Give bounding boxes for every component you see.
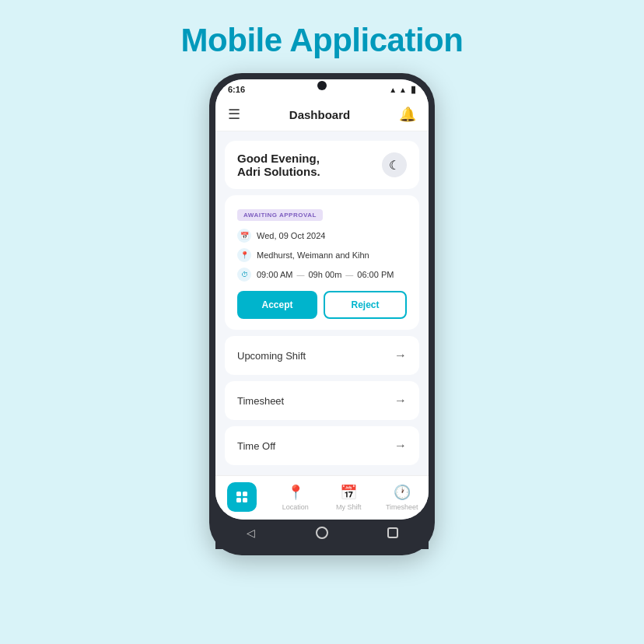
timesheet-arrow-icon: → [394,394,407,408]
nav-location-label: Location [282,503,309,511]
time-icon: ⏱ [237,268,251,282]
recents-button[interactable] [386,526,400,540]
main-content: Good Evening, Adri Solutions. ☾ AWAITING… [215,131,429,475]
shift-approval-card: AWAITING APPROVAL 📅 Wed, 09 Oct 2024 📍 M… [225,195,419,330]
reject-button[interactable]: Reject [324,291,407,319]
shift-date-row: 📅 Wed, 09 Oct 2024 [237,229,407,243]
nav-my-shift-label: My Shift [336,503,362,511]
home-circle-icon [316,527,328,539]
greeting-name: Adri Solutions. [237,165,320,178]
status-time: 6:16 [228,85,245,94]
home-button[interactable] [315,526,329,540]
awaiting-badge: AWAITING APPROVAL [237,209,323,221]
status-icons: ▲ ▲ ▮ [389,84,416,95]
end-time: 06:00 PM [357,270,394,279]
nav-timesheet-label: Timesheet [386,503,418,511]
nav-my-shift[interactable]: 📅 My Shift [322,484,376,511]
back-icon: ◁ [247,527,255,539]
notification-bell-icon[interactable]: 🔔 [399,106,416,123]
time-divider-1: — [296,271,304,279]
timesheet-nav-icon: 🕐 [394,484,411,501]
recents-square-icon [387,527,398,538]
phone-controls: ◁ [215,520,429,549]
upcoming-shift-arrow-icon: → [394,348,407,362]
greeting-text: Good Evening, Adri Solutions. [237,152,320,178]
shift-actions: Accept Reject [237,291,407,319]
phone-screen: 6:16 ▲ ▲ ▮ ☰ Dashboard 🔔 Good Evening, A… [215,79,429,520]
shift-time-row: ⏱ 09:00 AM — 09h 00m — 06:00 PM [237,268,407,282]
time-off-arrow-icon: → [394,439,407,453]
screen-title: Dashboard [289,108,350,121]
shift-location-row: 📍 Medhurst, Weimann and Kihn [237,248,407,262]
home-grid-icon [227,482,257,512]
location-icon: 📍 [237,248,251,262]
nav-bar: ☰ Dashboard 🔔 [215,98,429,131]
time-off-label: Time Off [237,440,275,452]
svg-rect-0 [236,492,241,496]
nav-home[interactable] [215,482,269,512]
svg-rect-2 [236,498,241,502]
accept-button[interactable]: Accept [237,291,317,319]
shift-location: Medhurst, Weimann and Kihn [257,250,369,260]
location-nav-icon: 📍 [287,484,304,501]
start-time: 09:00 AM [257,270,292,279]
wifi-icon: ▲ [389,86,397,94]
my-shift-nav-icon: 📅 [340,484,357,501]
bottom-nav: 📍 Location 📅 My Shift 🕐 Timesheet [215,475,429,520]
page-title: Mobile Application [181,22,464,59]
shift-time-detail: 09:00 AM — 09h 00m — 06:00 PM [257,270,394,279]
back-button[interactable]: ◁ [244,526,258,540]
greeting-hello: Good Evening, [237,152,320,165]
battery-icon: ▮ [411,84,416,95]
phone-shell: 6:16 ▲ ▲ ▮ ☰ Dashboard 🔔 Good Evening, A… [209,73,435,555]
greeting-card: Good Evening, Adri Solutions. ☾ [225,141,419,189]
camera-notch [317,81,327,90]
timesheet-label: Timesheet [237,395,284,407]
nav-timesheet[interactable]: 🕐 Timesheet [376,484,429,511]
shift-date: Wed, 09 Oct 2024 [257,231,325,240]
time-off-item[interactable]: Time Off → [225,426,419,465]
dark-mode-toggle[interactable]: ☾ [382,152,407,177]
svg-rect-1 [243,492,247,496]
upcoming-shift-item[interactable]: Upcoming Shift → [225,336,419,375]
upcoming-shift-label: Upcoming Shift [237,350,306,362]
nav-location[interactable]: 📍 Location [269,484,323,511]
timesheet-item[interactable]: Timesheet → [225,381,419,420]
signal-icon: ▲ [399,86,407,94]
calendar-icon: 📅 [237,229,251,243]
time-divider-2: — [345,271,353,279]
menu-button[interactable]: ☰ [228,106,240,123]
svg-rect-3 [243,498,247,502]
duration: 09h 00m [308,270,341,279]
